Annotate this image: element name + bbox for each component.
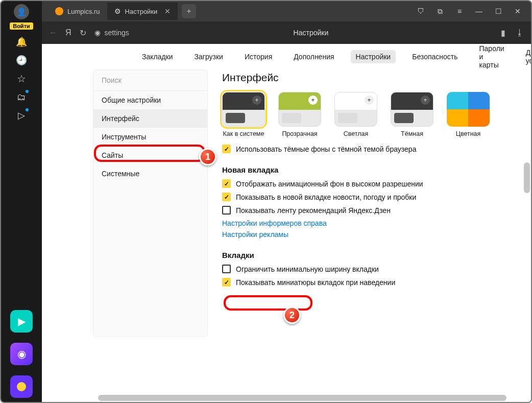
copy-icon[interactable]: ⧉ [436,7,444,16]
nav-security[interactable]: Безопасность [407,50,463,63]
checkbox-zen[interactable] [222,206,231,215]
checkbox-thumbnails[interactable] [222,278,231,287]
theme-label: Прозрачная [282,130,317,137]
globe-icon: ◉ [94,29,101,37]
checkbox-label: Использовать тёмные фоны с тёмной темой … [236,145,416,153]
favicon-icon [55,7,63,15]
nav-settings[interactable]: Настройки [351,50,396,63]
theme-label: Как в системе [223,130,264,137]
sidebar-item-system[interactable]: Системные [93,164,207,183]
app-tile-3[interactable] [10,375,33,398]
search-input[interactable]: Поиск [93,70,207,91]
bookmark-icon[interactable]: ▮ [501,28,505,38]
vertical-scrollbar[interactable] [524,162,530,193]
checkbox-dark-bg[interactable] [222,145,231,153]
nav-other[interactable]: Другие ус [521,46,531,67]
theme-dark[interactable]: +↻ Тёмная [391,92,433,137]
sidebar-item-tools[interactable]: Инструменты [93,128,207,146]
close-button[interactable]: ✕ [514,7,522,16]
checkbox-label: Показывать миниатюры вкладок при наведен… [236,278,395,287]
sidebar-item-sites[interactable]: Сайты [93,146,207,164]
url-box[interactable]: ◉ settings [94,29,129,37]
login-badge[interactable]: Войти [10,22,33,30]
play-icon[interactable]: ▷ [15,109,28,122]
avatar[interactable]: 👤 [14,4,29,19]
star-icon[interactable]: ☆ [15,73,28,85]
link-informers[interactable]: Настройки информеров справа [222,219,522,227]
theme-label: Тёмная [401,130,423,137]
sidebar-item-general[interactable]: Общие настройки [93,91,207,109]
link-ads[interactable]: Настройки рекламы [222,230,522,239]
theme-picker: +↻ Как в системе +↻ Прозрачная +↻ Светла… [222,92,522,137]
yandex-icon[interactable]: Я [65,28,71,37]
download-icon[interactable]: ⭳ [516,28,524,38]
app-tile-1[interactable]: ▶ [10,310,33,333]
checkbox-label: Показывать ленту рекомендаций Яндекс.Дзе… [236,206,391,215]
os-sidebar: 👤 Войти 🔔 🕘 ☆ 🗂 ▷ ▶ ◉ [1,1,42,402]
theme-transparent[interactable]: +↻ Прозрачная [278,92,321,137]
nav-downloads[interactable]: Загрузки [189,50,228,63]
settings-sidebar: Поиск Общие настройки Интерфейс Инструме… [93,69,208,337]
checkbox-label: Отображать анимационный фон в высоком ра… [236,180,423,188]
theme-label: Светлая [344,130,369,137]
settings-topnav: Закладки Загрузки История Дополнения Нас… [42,44,531,69]
close-icon[interactable]: ✕ [164,7,171,15]
theme-system[interactable]: +↻ Как в системе [222,92,265,137]
subsection-tabs: Вкладки [222,251,522,259]
page-title: Настройки [137,29,485,37]
reload-button[interactable]: ↻ [80,28,86,38]
nav-addons[interactable]: Дополнения [288,50,339,63]
tab-lumpics[interactable]: Lumpics.ru [48,3,107,20]
tab-settings[interactable]: ⚙ Настройки ✕ [107,3,178,20]
checkbox-label: Ограничить минимальную ширину вкладки [236,265,379,273]
docs-icon[interactable]: 🗂 [15,91,28,103]
theme-light[interactable]: +↻ Светлая [334,92,377,137]
settings-main: Интерфейс +↻ Как в системе +↻ Прозрачная… [222,69,531,337]
content-area: Закладки Загрузки История Дополнения Нас… [42,44,531,402]
checkbox-minwidth[interactable] [222,265,231,273]
tab-bar: Lumpics.ru ⚙ Настройки ✕ ＋ ⛉ ⧉ ≡ — ☐ ✕ [42,1,531,21]
clock-icon[interactable]: 🕘 [15,54,28,66]
checkbox-label: Показывать в новой вкладке новости, пого… [236,193,416,201]
url-text: settings [105,29,129,37]
subsection-newtab: Новая вкладка [222,165,522,174]
nav-passwords[interactable]: Пароли и карты [474,44,510,72]
theme-color[interactable]: Цветная [447,92,490,137]
tab-label: Lumpics.ru [67,8,100,15]
maximize-button[interactable]: ☐ [494,7,502,16]
menu-icon[interactable]: ≡ [455,7,464,16]
new-tab-button[interactable]: ＋ [182,4,196,18]
nav-bookmarks[interactable]: Закладки [137,50,178,63]
shield-icon[interactable]: ⛉ [417,7,425,16]
horizontal-scrollbar[interactable] [98,395,506,401]
gear-icon: ⚙ [114,7,121,15]
tab-label: Настройки [125,8,158,15]
checkbox-anim[interactable] [222,179,231,188]
back-button[interactable]: ← [49,28,57,37]
address-bar: ← Я ↻ ◉ settings Настройки ▮ ⭳ [42,21,531,44]
bell-icon[interactable]: 🔔 [15,36,28,48]
app-tile-2[interactable]: ◉ [10,343,33,365]
nav-history[interactable]: История [239,50,277,63]
browser-window: Lumpics.ru ⚙ Настройки ✕ ＋ ⛉ ⧉ ≡ — ☐ ✕ ←… [42,1,531,402]
theme-label: Цветная [456,130,481,137]
section-title: Интерфейс [222,72,522,84]
minimize-button[interactable]: — [475,7,483,16]
checkbox-news[interactable] [222,193,231,201]
sidebar-item-interface[interactable]: Интерфейс [93,109,207,128]
